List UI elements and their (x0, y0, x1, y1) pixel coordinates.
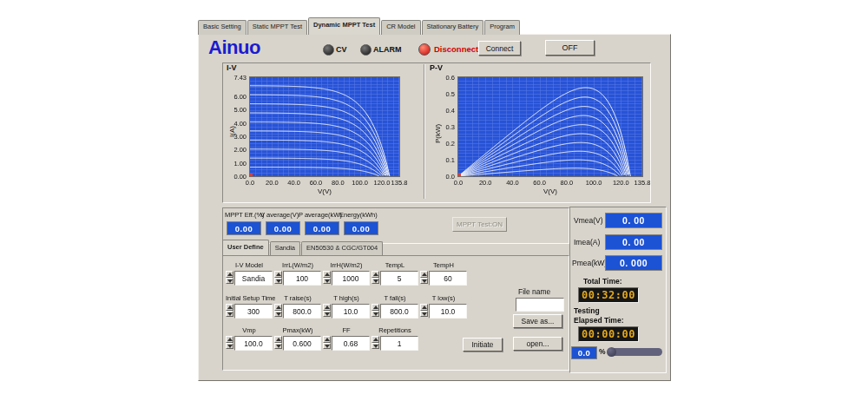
irrl-field: IrrL(W/m2) (274, 261, 321, 284)
vmea-label: Vmea(V) (574, 216, 603, 225)
alarm-indicator-label: ALARM (373, 45, 402, 54)
pmax-input[interactable] (283, 336, 321, 351)
y-axis-tick-label: 3.00 (224, 133, 247, 141)
iv-chart-x-axis-label: V(V) (250, 187, 399, 195)
t-fall-field: T fall(s) (372, 294, 418, 317)
y-axis-tick-label: 1.00 (224, 160, 247, 168)
y-axis-tick-label: 5.00 (224, 106, 247, 114)
p-average-value: 0.00 (305, 221, 339, 235)
repetitions-input[interactable] (380, 336, 418, 351)
y-axis-tick-label: 0.3 (427, 123, 455, 131)
pmax-spinner[interactable] (274, 336, 282, 349)
t-raise-label: T raise(s) (274, 294, 321, 303)
t-fall-label: T fall(s) (372, 294, 418, 303)
tab-static-mppt-test[interactable]: Static MPPT Test (247, 20, 307, 35)
ff-spinner[interactable] (323, 336, 331, 349)
x-axis-tick-label: 0.0 (445, 179, 471, 187)
imea-value: 0. 00 (605, 234, 662, 250)
t-raise-input[interactable] (283, 304, 321, 319)
subtab-en50530[interactable]: EN50530 & CGC/GT004 (301, 241, 383, 256)
irrl-input[interactable] (283, 271, 321, 286)
repetitions-label: Repetitions (372, 326, 418, 335)
repetitions-spinner[interactable] (372, 336, 379, 349)
t-raise-spinner[interactable] (274, 304, 282, 317)
x-axis-tick-label: 60.0 (527, 179, 553, 187)
initiate-button[interactable]: Initiate (463, 338, 503, 352)
x-axis-tick-label: 100.0 (581, 179, 607, 187)
t-low-field: T low(s) (420, 294, 467, 317)
y-axis-tick-label: 0.4 (427, 107, 455, 115)
iv-chart: I-V I(A) 0.001.002.003.004.005.006.007.4… (224, 63, 424, 200)
templ-input[interactable] (380, 271, 418, 286)
x-axis-tick-label: 40.0 (499, 179, 525, 187)
vmp-spinner[interactable] (226, 336, 233, 349)
subtab-sandia[interactable]: Sandia (270, 241, 300, 256)
tab-program[interactable]: Program (484, 20, 520, 35)
y-axis-tick-label: 0.1 (427, 156, 455, 164)
tab-dynamic-mppt-test[interactable]: Dynamic MPPT Test (308, 17, 380, 35)
pv-chart: P-V P(kW) 0.00.10.20.30.40.50.60.020.040… (427, 63, 649, 200)
mppt-eff-value: 0.00 (227, 221, 261, 235)
file-name-input[interactable] (516, 298, 564, 312)
initial-setup-time-label: Initial Setup Time (226, 294, 273, 303)
disconnect-status-label: Disconnect (434, 44, 478, 54)
tab-stationary-battery[interactable]: Stationary Battery (422, 20, 484, 35)
initial-setup-time-field: Initial Setup Time (226, 294, 273, 317)
connect-button[interactable]: Connect (478, 41, 521, 56)
tab-basic-setting[interactable]: Basic Setting (198, 20, 247, 35)
irrh-spinner[interactable] (323, 271, 331, 284)
initial-setup-time-input[interactable] (234, 304, 273, 319)
t-raise-field: T raise(s) (274, 294, 321, 317)
t-low-spinner[interactable] (420, 304, 428, 317)
t-low-label: T low(s) (420, 294, 467, 303)
progress-bar-track (609, 348, 662, 356)
vmp-input[interactable] (234, 336, 273, 351)
vmp-field: Vmp (226, 326, 273, 349)
energy-label: Energy(kWh) (339, 211, 378, 219)
templ-spinner[interactable] (372, 271, 379, 284)
iv-model-label: I-V Model (226, 261, 273, 270)
progress-percent-value: 0.0 (571, 346, 597, 359)
subtab-user-define[interactable]: User Define (222, 240, 269, 256)
off-button[interactable]: OFF (545, 40, 595, 56)
main-tab-strip: Basic Setting Static MPPT Test Dynamic M… (198, 22, 521, 35)
y-axis-tick-label: 6.00 (224, 93, 247, 101)
t-fall-spinner[interactable] (372, 304, 379, 317)
progress-percent-unit: % (599, 347, 606, 356)
open-button[interactable]: open... (513, 337, 562, 351)
temph-input[interactable] (429, 271, 467, 286)
alarm-led-icon (360, 44, 372, 56)
pv-chart-x-axis-label: V(V) (458, 187, 642, 195)
irrh-input[interactable] (332, 271, 370, 286)
model-tab-strip: User Define Sandia EN50530 & CGC/GT004 (222, 244, 384, 256)
t-fall-input[interactable] (380, 304, 418, 319)
iv-model-input[interactable] (234, 271, 273, 286)
y-axis-tick-label: 2.00 (224, 146, 247, 154)
pmax-field: Pmax(kW) (274, 326, 321, 349)
mppt-test-on-button[interactable]: MPPT Test:ON (452, 217, 507, 232)
pmea-label: Pmea(kW) (572, 259, 607, 267)
pmea-value: 0. 000 (605, 255, 662, 271)
repetitions-field: Repetitions (372, 326, 418, 349)
t-low-input[interactable] (429, 304, 467, 319)
total-time-display: 00:32:00 (578, 287, 639, 303)
initial-setup-time-spinner[interactable] (226, 304, 233, 317)
iv-model-spinner[interactable] (226, 271, 233, 284)
t-high-input[interactable] (332, 304, 370, 319)
iv-chart-title: I-V (227, 63, 237, 72)
irrl-spinner[interactable] (274, 271, 282, 284)
x-axis-tick-label: 135.8 (386, 179, 412, 187)
ff-label: FF (323, 326, 370, 335)
testing-label: Testing (574, 306, 600, 315)
temph-spinner[interactable] (420, 271, 428, 284)
tab-cr-model[interactable]: CR Model (381, 20, 420, 35)
pmax-label: Pmax(kW) (274, 326, 321, 335)
irrl-label: IrrL(W/m2) (274, 261, 321, 270)
t-high-spinner[interactable] (323, 304, 331, 317)
save-as-button[interactable]: Save as... (513, 314, 562, 328)
page: Basic Setting Static MPPT Test Dynamic M… (0, 0, 868, 401)
cv-led-icon (323, 44, 334, 56)
ff-input[interactable] (332, 336, 370, 351)
pv-chart-title: P-V (430, 63, 443, 72)
vmp-label: Vmp (226, 326, 273, 335)
